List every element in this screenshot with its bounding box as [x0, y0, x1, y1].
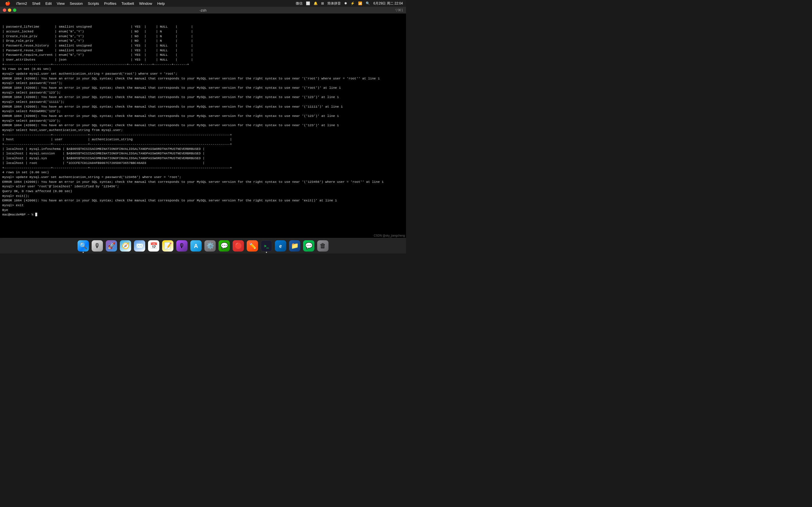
dock-item-mail[interactable]: ✉️ [133, 240, 146, 252]
menubar-search-icon[interactable]: 🔍 [365, 1, 371, 5]
menubar-right: 微信 ⬜ 🔔 ⊞ 简体拼音 ✱ ⚡ 📶 🔍 6月29日 周二 22:04 [295, 1, 404, 6]
dock-item-siri[interactable]: 🎙 [91, 240, 103, 252]
terminal-line: mysql> select password('123'); [2, 119, 404, 123]
menubar-battery-icon: ⬜ [305, 1, 311, 5]
dock-item-baidu[interactable]: 🔴 [232, 240, 245, 252]
terminal-line: mysql> select password('11111'); [2, 100, 404, 105]
menubar-wifi-icon: 📶 [357, 1, 363, 5]
menubar-help[interactable]: Help [155, 1, 167, 6]
close-button[interactable] [3, 8, 6, 12]
dock-icon-chat: 💬 [303, 240, 314, 251]
menubar-view[interactable]: View [54, 1, 67, 6]
dock-icon-safari: 🧭 [120, 240, 131, 251]
terminal-line: 4 rows in set (0.00 sec) [2, 170, 404, 175]
terminal-line: +------------------------+--------------… [2, 133, 404, 137]
dock-icon-finder: 🔍 [78, 240, 89, 251]
menubar-left: 🍎 iTerm2 Shell Edit View Session Scripts… [2, 0, 167, 6]
terminal-line: +------------------------+--------------… [2, 62, 404, 67]
menubar-bluetooth-icon: ✱ [343, 1, 348, 5]
terminal-line: Bye [2, 208, 404, 213]
terminal-line: mysql> exit(); [2, 194, 404, 199]
menubar-scripts[interactable]: Scripts [86, 1, 101, 6]
dock-icon-calendar: 📅 [148, 240, 159, 251]
menubar: 🍎 iTerm2 Shell Edit View Session Scripts… [0, 0, 406, 7]
menubar-power-icon: ⚡ [350, 1, 356, 5]
terminal-line: | Password_reuse_time | smallint unsigne… [2, 48, 404, 53]
apple-menu[interactable]: 🍎 [2, 0, 13, 6]
dock-active-dot [83, 252, 84, 253]
dock-icon-mail: ✉️ [134, 240, 145, 251]
terminal-line: mysql> exit [2, 203, 404, 208]
dock-icon-terminal: >_ [261, 240, 272, 251]
terminal-line: ERROR 1064 (42000): You have an error in… [2, 95, 404, 100]
terminal-line: | account_locked | enum('N','Y') | NO | … [2, 29, 404, 34]
dock-icon-system-preferences: ⚙️ [204, 240, 216, 251]
dock-icon-launchpad: 🚀 [106, 240, 117, 251]
dock-icon-siri: 🎙 [92, 240, 103, 251]
terminal-line: +------------------------+--------------… [2, 166, 404, 170]
menubar-toolbelt[interactable]: Toolbelt [119, 1, 137, 6]
dock-item-calendar[interactable]: 📅 [147, 240, 160, 252]
menubar-window[interactable]: Window [137, 1, 154, 6]
menubar-input-method[interactable]: 简体拼音 [326, 1, 342, 6]
menubar-shell[interactable]: Shell [30, 1, 43, 6]
menubar-session[interactable]: Session [67, 1, 85, 6]
watermark: CSDN @sky_jiangcheng [374, 234, 405, 237]
title-bar: -zsh ▽⌘1 [0, 7, 406, 13]
menubar-wechat-icon: 微信 [295, 1, 303, 6]
dock-item-finder[interactable]: 🔍 [77, 240, 89, 252]
menubar-edit[interactable]: Edit [43, 1, 54, 6]
dock-icon-wechat: 💬 [218, 240, 230, 251]
menubar-clock: 6月29日 周二 22:04 [372, 1, 404, 6]
dock-icon-baidu: 🔴 [233, 240, 244, 251]
dock-icon-trash: 🗑 [317, 240, 328, 251]
dock-item-wechat[interactable]: 💬 [218, 240, 231, 252]
menubar-iterm2[interactable]: iTerm2 [14, 1, 29, 6]
dock-item-launchpad[interactable]: 🚀 [105, 240, 117, 252]
dock: 🔍🎙🚀🧭✉️📅📝🎙A⚙️💬🔴✏️>_e📁💬🗑 [0, 238, 406, 253]
dock-icon-files: 📁 [289, 240, 300, 251]
dock-item-pencil[interactable]: ✏️ [246, 240, 259, 252]
terminal-line: mac@macdeMBP ~ % [2, 212, 404, 217]
terminal-line: ERROR 1064 (42000): You have an error in… [2, 123, 404, 128]
dock-item-app-store[interactable]: A [190, 240, 202, 252]
terminal-line: | host | user | authentication_string | [2, 137, 404, 142]
maximize-button[interactable] [13, 8, 16, 12]
dock-item-files[interactable]: 📁 [289, 240, 301, 252]
terminal-line: | localhost | mysql.session | $A$005$THI… [2, 151, 404, 156]
terminal-line: mysql> update mysql.user set authenticat… [2, 71, 404, 76]
terminal-line: mysql> select host,user,authentication_s… [2, 128, 404, 133]
dock-item-podcasts[interactable]: 🎙 [175, 240, 188, 252]
terminal-content[interactable]: | password_lifetime | smallint unsigned … [0, 13, 406, 239]
terminal-line: | localhost | mysql.infoschema | $A$005$… [2, 147, 404, 152]
menubar-notification-icon: 🔔 [313, 1, 319, 5]
terminal-line: | Drop_role_priv | enum('N','Y') | NO | … [2, 39, 404, 43]
terminal-line: | Password_reuse_history | smallint unsi… [2, 43, 404, 48]
traffic-lights [3, 8, 16, 12]
dock-item-notes[interactable]: 📝 [161, 240, 174, 252]
dock-item-edge[interactable]: e [274, 240, 287, 252]
terminal-line: ERROR 1064 (42000): You have an error in… [2, 198, 404, 203]
terminal-line: | Password_require_current | enum('N','Y… [2, 53, 404, 57]
terminal-line: | localhost | root | *1CCCFE7C012A04FB90… [2, 161, 404, 166]
dock-item-trash[interactable]: 🗑 [317, 240, 329, 252]
terminal-line: Query OK, 0 rows affected (0.00 sec) [2, 189, 404, 194]
terminal-line: | password_lifetime | smallint unsigned … [2, 24, 404, 29]
terminal-line: mysql> select password('123'); [2, 91, 404, 95]
dock-item-chat[interactable]: 💬 [303, 240, 315, 252]
terminal-line: ERROR 1064 (42000): You have an error in… [2, 76, 404, 81]
terminal-line: mysql> alter user 'root'@'localhost' ide… [2, 184, 404, 189]
minimize-button[interactable] [8, 8, 11, 12]
window-title: -zsh [200, 8, 207, 12]
terminal-line: ERROR 1064 (42000): You have an error in… [2, 86, 404, 91]
terminal-line: | User_attributes | json | YES | | NULL … [2, 57, 404, 62]
dock-item-terminal[interactable]: >_ [260, 240, 273, 252]
terminal-line: ERROR 1064 (42000): You have an error in… [2, 180, 404, 184]
dock-icon-notes: 📝 [162, 240, 173, 251]
dock-active-dot [266, 252, 267, 253]
terminal-line: ERROR 1064 (42000): You have an error in… [2, 114, 404, 119]
dock-item-system-preferences[interactable]: ⚙️ [204, 240, 216, 252]
terminal-line: mysql> update mysql.user set authenticat… [2, 175, 404, 180]
menubar-profiles[interactable]: Profiles [102, 1, 118, 6]
dock-item-safari[interactable]: 🧭 [119, 240, 132, 252]
